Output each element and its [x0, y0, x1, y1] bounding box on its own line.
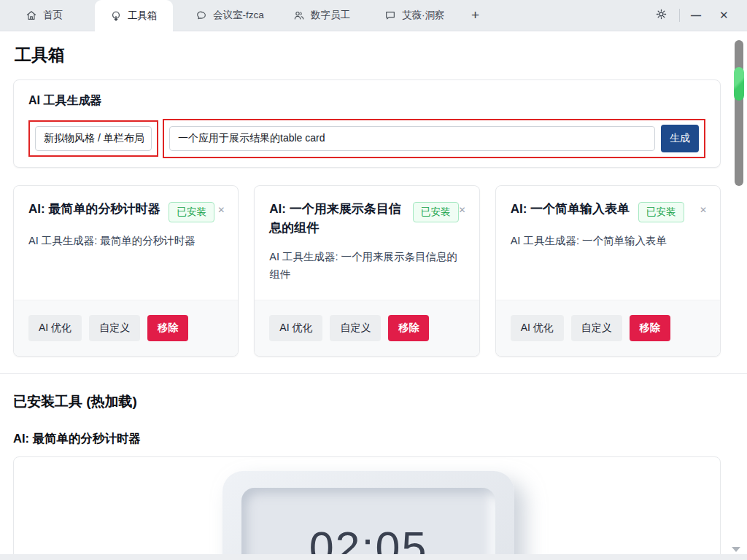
- page-title: 工具箱: [15, 44, 747, 66]
- tool-cards-row: AI: 最简单的分秒计时器 已安装 ✕ AI 工具生成器: 最简单的分秒计时器 …: [13, 185, 721, 357]
- tab-meeting-room[interactable]: 会议室-fzca: [196, 0, 264, 31]
- card-head: AI: 一个用来展示条目信息的组件 已安装 ✕: [269, 200, 465, 238]
- generate-button[interactable]: 生成: [661, 125, 699, 152]
- customize-button[interactable]: 自定义: [571, 315, 622, 341]
- close-window-button[interactable]: ✕: [719, 0, 729, 31]
- home-icon: [26, 9, 37, 21]
- settings-button[interactable]: [654, 0, 668, 31]
- tool-card-item-list: AI: 一个用来展示条目信息的组件 已安装 ✕ AI 工具生成器: 一个用来展示…: [254, 185, 479, 357]
- tool-card-input-form: AI: 一个简单输入表单 已安装 ✕ AI 工具生成器: 一个简单输入表单 AI…: [495, 185, 721, 357]
- card-close-icon[interactable]: ✕: [217, 206, 225, 214]
- chat-bubble-icon: [196, 9, 207, 21]
- scroll-position-marker[interactable]: [734, 67, 744, 101]
- minimize-button[interactable]: —: [691, 0, 700, 31]
- card-head: AI: 最简单的分秒计时器 已安装 ✕: [28, 200, 225, 222]
- installed-tool-title: AI: 最简单的分秒计时器: [13, 431, 747, 447]
- annotation-box-prompt: 生成: [163, 119, 705, 158]
- ai-optimize-button[interactable]: AI 优化: [28, 315, 82, 341]
- card-title: AI: 一个简单输入表单: [511, 200, 630, 219]
- tab-label: 艾薇·洞察: [402, 9, 445, 22]
- tab-label: 会议室-fzca: [213, 9, 264, 22]
- card-footer: AI 优化 自定义 移除: [255, 300, 479, 356]
- tab-bar: 首页 工具箱 会议室-fzca 数字员工: [0, 0, 747, 31]
- timer-widget: 02:05: [222, 471, 514, 560]
- customize-button[interactable]: 自定义: [330, 315, 381, 341]
- remove-button[interactable]: 移除: [630, 315, 670, 341]
- card-body: AI: 一个用来展示条目信息的组件 已安装 ✕ AI 工具生成器: 一个用来展示…: [255, 186, 479, 300]
- tab-ivy-insight[interactable]: 艾薇·洞察: [384, 0, 445, 31]
- card-close-icon[interactable]: ✕: [459, 206, 466, 214]
- chat-square-icon: [384, 9, 396, 21]
- remove-button[interactable]: 移除: [388, 315, 429, 341]
- minimize-icon: —: [691, 9, 700, 21]
- section-divider: [0, 373, 747, 374]
- tab-toolbox[interactable]: 工具箱: [95, 0, 173, 31]
- card-footer: AI 优化 自定义 移除: [14, 300, 238, 356]
- tab-home[interactable]: 首页: [26, 0, 63, 31]
- annotation-box-style-select: 新拟物风格 / 单栏布局: [28, 120, 158, 157]
- gear-icon: [654, 7, 668, 24]
- installed-tools-heading: 已安装工具 (热加载): [13, 392, 747, 411]
- horizontal-scrollbar-track[interactable]: [0, 554, 747, 560]
- remove-button[interactable]: 移除: [147, 315, 188, 341]
- controls-divider: [679, 9, 680, 22]
- ai-optimize-button[interactable]: AI 优化: [269, 315, 322, 341]
- tab-digital-staff[interactable]: 数字员工: [293, 0, 350, 31]
- tool-card-timer: AI: 最简单的分秒计时器 已安装 ✕ AI 工具生成器: 最简单的分秒计时器 …: [13, 185, 239, 357]
- ai-generator-card: AI 工具生成器 新拟物风格 / 单栏布局 生成: [13, 79, 721, 168]
- customize-button[interactable]: 自定义: [89, 315, 140, 341]
- card-footer: AI 优化 自定义 移除: [496, 300, 720, 356]
- installed-badge: 已安装: [638, 202, 684, 222]
- timer-display: 02:05: [241, 488, 495, 560]
- card-title: AI: 最简单的分秒计时器: [28, 200, 160, 219]
- toolbox-page: 工具箱 AI 工具生成器 新拟物风格 / 单栏布局 生成 AI: 最简单的分秒计…: [0, 44, 747, 560]
- vertical-scrollbar-thumb[interactable]: [735, 40, 743, 186]
- close-icon: ✕: [719, 9, 729, 22]
- installed-badge: 已安装: [413, 202, 459, 222]
- tab-label: 数字员工: [311, 9, 350, 22]
- toolbox-icon: [110, 10, 122, 22]
- prompt-input[interactable]: [169, 126, 655, 151]
- card-description: AI 工具生成器: 一个用来展示条目信息的组件: [269, 249, 465, 284]
- card-description: AI 工具生成器: 最简单的分秒计时器: [28, 233, 225, 250]
- installed-badge: 已安装: [169, 202, 214, 222]
- installed-tool-panel: 02:05: [13, 456, 721, 560]
- generator-title: AI 工具生成器: [28, 93, 705, 109]
- generator-row: 新拟物风格 / 单栏布局 生成: [28, 119, 705, 158]
- new-tab-button[interactable]: +: [471, 0, 479, 31]
- card-body: AI: 一个简单输入表单 已安装 ✕ AI 工具生成器: 一个简单输入表单: [496, 186, 720, 300]
- ai-optimize-button[interactable]: AI 优化: [511, 315, 564, 341]
- tab-label: 工具箱: [128, 9, 158, 23]
- card-head: AI: 一个简单输入表单 已安装 ✕: [511, 200, 707, 222]
- users-icon: [293, 9, 305, 21]
- card-close-icon[interactable]: ✕: [700, 206, 707, 214]
- tab-label: 首页: [43, 9, 63, 22]
- plus-icon: +: [471, 7, 479, 23]
- scroll-down-arrow-icon[interactable]: [732, 547, 740, 552]
- style-select[interactable]: 新拟物风格 / 单栏布局: [35, 126, 152, 151]
- card-body: AI: 最简单的分秒计时器 已安装 ✕ AI 工具生成器: 最简单的分秒计时器: [14, 186, 238, 300]
- card-description: AI 工具生成器: 一个简单输入表单: [511, 233, 707, 250]
- card-title: AI: 一个用来展示条目信息的组件: [269, 200, 404, 238]
